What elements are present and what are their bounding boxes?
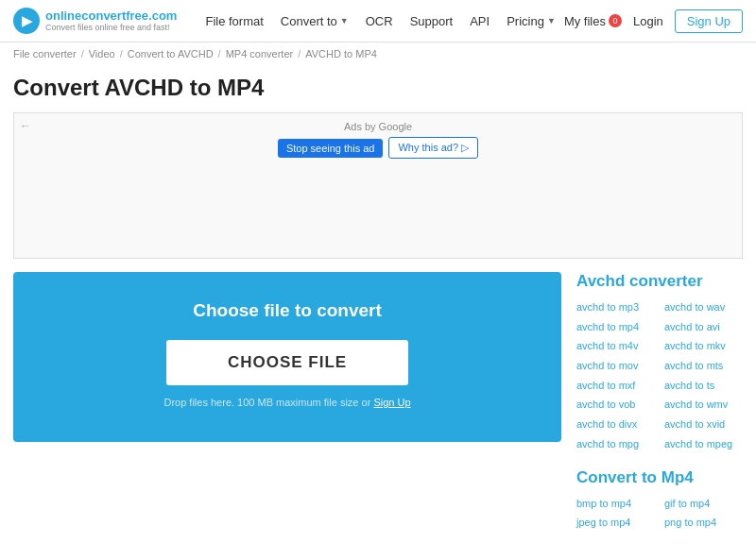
login-button[interactable]: Login — [633, 14, 663, 28]
logo-name: onlineconvertfree.com — [45, 8, 177, 24]
ad-area: ← Ads by Google Stop seeing this ad Why … — [13, 112, 743, 259]
logo-icon: ▶ — [13, 8, 40, 34]
sidebar-link[interactable]: avchd to mp3 — [576, 298, 655, 316]
ad-buttons: Stop seeing this ad Why this ad? ▷ — [278, 137, 478, 159]
breadcrumb-current: AVCHD to MP4 — [305, 48, 377, 59]
sidebar-link[interactable]: avchd to mxf — [576, 377, 655, 395]
header-right: My files 0 Login Sign Up — [564, 9, 743, 33]
breadcrumb-convert-to-avchd[interactable]: Convert to AVCHD — [128, 48, 214, 59]
why-this-ad-button[interactable]: Why this ad? ▷ — [388, 137, 478, 159]
my-files-button[interactable]: My files 0 — [564, 14, 622, 28]
ads-by-google-label: Ads by Google — [344, 121, 412, 132]
sidebar-link[interactable]: gif to mp4 — [664, 495, 743, 513]
converter-box: Choose file to convert CHOOSE FILE Drop … — [13, 272, 561, 442]
breadcrumb-mp4-converter[interactable]: MP4 converter — [226, 48, 294, 59]
nav-ocr[interactable]: OCR — [366, 14, 393, 28]
files-badge: 0 — [609, 14, 622, 27]
nav-support[interactable]: Support — [410, 14, 454, 28]
main-content: Convert AVCHD to MP4 ← Ads by Google Sto… — [0, 65, 756, 547]
avchd-links: avchd to mp3avchd to wavavchd to mp4avch… — [576, 298, 743, 453]
breadcrumb-file-converter[interactable]: File converter — [13, 48, 77, 59]
main-nav: File format Convert to ▼ OCR Support API… — [205, 14, 563, 28]
convert-to-mp4-title: Convert to Mp4 — [576, 468, 743, 487]
sidebar-link[interactable]: avchd to mpeg — [664, 435, 743, 453]
converter-title: Choose file to convert — [193, 300, 382, 321]
sidebar-link[interactable]: avchd to m4v — [576, 337, 655, 355]
sidebar-link[interactable]: avchd to divx — [576, 416, 655, 433]
sidebar-link[interactable]: bmp to mp4 — [576, 495, 655, 513]
sign-up-link[interactable]: Sign Up — [373, 397, 410, 408]
sidebar-link[interactable]: avchd to wav — [664, 298, 743, 316]
sidebar-link[interactable]: avchd to vob — [576, 396, 655, 414]
sidebar-link[interactable]: avchd to ts — [664, 377, 743, 395]
page-title: Convert AVCHD to MP4 — [13, 75, 743, 101]
sidebar-link[interactable]: avchd to mpg — [576, 435, 655, 453]
sidebar-link[interactable]: png to mp4 — [664, 514, 743, 532]
sidebar-link[interactable]: jpeg to mp4 — [576, 514, 655, 532]
nav-file-format[interactable]: File format — [205, 14, 263, 28]
sidebar-link[interactable]: avchd to mts — [664, 357, 743, 375]
content-row: Choose file to convert CHOOSE FILE Drop … — [13, 272, 743, 547]
stop-seeing-ad-button[interactable]: Stop seeing this ad — [278, 139, 384, 158]
logo-area: ▶ onlineconvertfree.com Convert files on… — [13, 8, 177, 34]
logo-text: onlineconvertfree.com Convert files onli… — [45, 8, 177, 33]
sidebar-link[interactable]: avchd to mov — [576, 357, 655, 375]
nav-pricing[interactable]: Pricing ▼ — [507, 14, 556, 28]
sidebar-link[interactable]: avchd to wmv — [664, 396, 743, 414]
drop-text: Drop files here. 100 MB maximum file siz… — [163, 397, 410, 408]
header: ▶ onlineconvertfree.com Convert files on… — [0, 0, 756, 42]
breadcrumb: File converter / Video / Convert to AVCH… — [0, 42, 756, 65]
nav-api[interactable]: API — [470, 14, 490, 28]
chevron-down-icon-pricing: ▼ — [547, 16, 556, 25]
sidebar: Avchd converter avchd to mp3avchd to wav… — [576, 272, 743, 547]
avchd-converter-title: Avchd converter — [576, 272, 743, 291]
sidebar-link[interactable]: avchd to xvid — [664, 416, 743, 433]
back-arrow-icon[interactable]: ← — [20, 119, 31, 132]
sidebar-link[interactable]: avchd to mp4 — [576, 318, 655, 336]
sidebar-link[interactable]: avchd to mkv — [664, 337, 743, 355]
mp4-links: bmp to mp4gif to mp4jpeg to mp4png to mp… — [576, 495, 743, 532]
chevron-down-icon: ▼ — [340, 16, 349, 25]
sidebar-link[interactable]: avchd to avi — [664, 318, 743, 336]
nav-convert-to[interactable]: Convert to ▼ — [281, 14, 349, 28]
logo-tagline: Convert files online free and fast! — [45, 23, 177, 33]
breadcrumb-video[interactable]: Video — [89, 48, 115, 59]
signup-button[interactable]: Sign Up — [675, 9, 743, 33]
choose-file-button[interactable]: CHOOSE FILE — [166, 340, 408, 385]
